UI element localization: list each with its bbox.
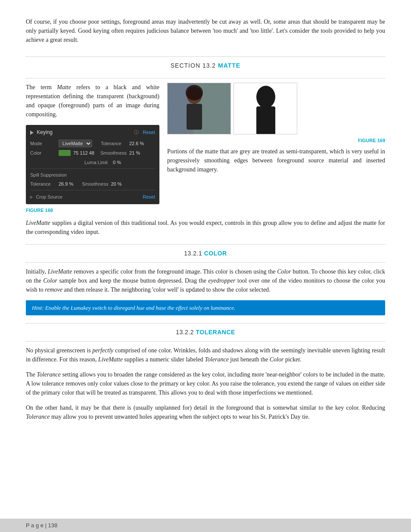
figure168-label: FIGURE 168 bbox=[26, 207, 159, 214]
livematte-ref1: LiveMatte bbox=[48, 268, 72, 275]
matte-bw-image bbox=[234, 83, 297, 134]
mode-row: Mode LiveMatte Tolerance 22.6 % bbox=[30, 140, 155, 147]
color-swatch[interactable] bbox=[59, 150, 71, 156]
panel-separator2 bbox=[30, 190, 155, 190]
crop-expand-icon[interactable] bbox=[30, 196, 33, 199]
tolerance-top-divider bbox=[26, 323, 385, 324]
section-heading-colored: MATTE bbox=[218, 62, 240, 69]
page-footer: P a g e | 138 bbox=[0, 519, 411, 532]
smoothness-label: Smoothness bbox=[100, 149, 127, 157]
matte-intro-before: The term bbox=[26, 84, 57, 90]
smoothness-value: 21 % bbox=[129, 149, 140, 157]
section-heading: SECTION 13.2 MATTE bbox=[26, 61, 385, 70]
color-section-heading: 13.2.1 COLOR bbox=[26, 249, 385, 258]
section-heading-prefix: SECTION 13.2 bbox=[171, 62, 218, 69]
crop-label: Crop Source bbox=[36, 194, 62, 199]
tolerance-para1: No physical greenscreen is perfectly com… bbox=[26, 346, 385, 364]
crop-row: Crop Source Reset bbox=[30, 193, 155, 201]
color-ref1: Color bbox=[277, 268, 291, 275]
tolerance-para2: The Tolerance setting allows you to broa… bbox=[26, 370, 385, 397]
matte-intro-text: The term Matte refers to a black and whi… bbox=[26, 83, 159, 119]
tolerance-prefix: 13.2.2 bbox=[176, 329, 196, 336]
tolerance-bottom-divider bbox=[26, 341, 385, 342]
color-colored: COLOR bbox=[204, 250, 227, 257]
tolerance-label: Tolerance bbox=[101, 140, 127, 147]
panel-separator bbox=[30, 168, 155, 169]
svg-rect-10 bbox=[256, 106, 275, 134]
keying-panel-header: Keying ⓘ Reset bbox=[30, 128, 155, 136]
matte-section: The term Matte refers to a black and whi… bbox=[26, 83, 385, 214]
spill-tolerance-label: Tolerance bbox=[30, 180, 56, 188]
bottom-divider bbox=[26, 78, 385, 78]
page-number: P a g e | 138 bbox=[26, 522, 57, 529]
keying-title: Keying bbox=[37, 129, 53, 135]
matte-images-row bbox=[167, 83, 385, 134]
svg-point-7 bbox=[186, 85, 203, 100]
top-divider bbox=[26, 56, 385, 57]
page: Of course, if you choose poor settings, … bbox=[0, 0, 411, 532]
crop-left: Crop Source bbox=[30, 193, 62, 201]
tolerance-colored: TOLERANCE bbox=[196, 329, 235, 336]
intro-paragraph: Of course, if you choose poor settings, … bbox=[26, 17, 385, 44]
color-row: Color 75 112 48 Smoothness 21 % bbox=[30, 149, 155, 157]
tolerance-value: 22.6 % bbox=[129, 140, 144, 147]
livematte-ref2: LiveMatte bbox=[98, 356, 123, 363]
svg-rect-6 bbox=[187, 104, 202, 130]
color-label: Color bbox=[30, 149, 56, 157]
tolerance-ref3: Tolerance bbox=[26, 414, 50, 420]
keying-title-group: Keying bbox=[30, 128, 53, 136]
livematte-italic: LiveMatte bbox=[26, 220, 50, 226]
crop-reset-button[interactable]: Reset bbox=[143, 193, 155, 201]
woman-greenscreen-image bbox=[167, 83, 231, 134]
spill-smoothness-value: 20 % bbox=[111, 180, 121, 188]
matte-svg bbox=[234, 83, 297, 134]
info-icon[interactable]: ⓘ bbox=[134, 130, 139, 135]
keying-header-right: ⓘ Reset bbox=[134, 128, 155, 136]
panel-collapse-icon[interactable] bbox=[30, 131, 34, 135]
mode-select[interactable]: LiveMatte bbox=[59, 140, 92, 147]
matte-left-col: The term Matte refers to a black and whi… bbox=[26, 83, 159, 214]
color-rgb-values: 75 112 48 bbox=[73, 149, 94, 157]
perfectly-ref: perfectly bbox=[92, 347, 113, 354]
svg-point-9 bbox=[256, 86, 275, 108]
tolerance-section-heading: 13.2.2 TOLERANCE bbox=[26, 328, 385, 337]
matte-intro-italic: Matte bbox=[57, 84, 71, 90]
remove-ref: remove bbox=[45, 286, 62, 293]
livematte-para: LiveMatte supplies a digital version of … bbox=[26, 218, 385, 236]
tolerance-ref1: Tolerance bbox=[205, 356, 228, 363]
luma-label: Luma Limit bbox=[84, 159, 110, 166]
figure169-label: FIGURE 169 bbox=[167, 137, 385, 144]
spill-tolerance-value: 26.9 % bbox=[59, 180, 73, 188]
matte-right-col: FIGURE 169 Portions of the matte that ar… bbox=[167, 83, 385, 214]
color-top-divider bbox=[26, 244, 385, 245]
color-prefix: 13.2.1 bbox=[184, 250, 204, 257]
woman-svg bbox=[168, 83, 231, 134]
luma-value: 0 % bbox=[113, 159, 121, 166]
tolerance-para3: On the other hand, it may be that there … bbox=[26, 403, 385, 421]
matte-desc-text: Portions of the matte that are grey are … bbox=[167, 147, 385, 174]
keying-panel: Keying ⓘ Reset Mode LiveMatte Tolerance … bbox=[26, 125, 159, 204]
color-bottom-divider bbox=[26, 262, 385, 263]
color-ref3: Color bbox=[270, 356, 284, 363]
color-ref2: Color bbox=[43, 277, 57, 284]
spill-smoothness-label: Smoothness bbox=[82, 180, 108, 188]
eyedropper-ref: eyedropper bbox=[208, 277, 235, 284]
color-para1: Initially, LiveMatte removes a specific … bbox=[26, 267, 385, 294]
livematte-text-after: supplies a digital version of this tradi… bbox=[26, 220, 385, 235]
keying-reset-button[interactable]: Reset bbox=[143, 130, 155, 135]
hint-box: Hint: Enable the Lumakey switch to disre… bbox=[26, 300, 385, 316]
mode-label: Mode bbox=[30, 140, 56, 147]
luma-row: Luma Limit 0 % bbox=[30, 159, 155, 166]
spill-row: Tolerance 26.9 % Smoothness 20 % bbox=[30, 180, 155, 188]
spill-heading: Spill Suppression bbox=[30, 171, 155, 179]
tolerance-ref2: Tolerance bbox=[37, 371, 60, 378]
